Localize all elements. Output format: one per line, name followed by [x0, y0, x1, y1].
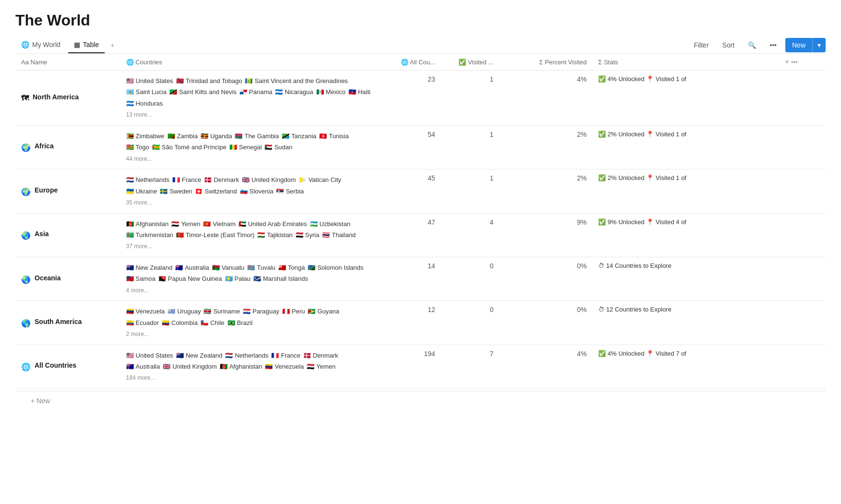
- country-name: Guyana: [317, 306, 339, 317]
- country-entry: 🇵🇾Paraguay: [243, 306, 279, 317]
- more-link[interactable]: 4 more...: [126, 287, 149, 294]
- country-name: Panama: [249, 86, 272, 97]
- cell-stats: ✅ 4% Unlocked 📍 Visited 1 of: [592, 71, 779, 126]
- more-link[interactable]: 13 more...: [126, 111, 152, 118]
- th-name: Aa Name: [15, 54, 120, 71]
- country-flag: 🇺🇬: [201, 131, 208, 142]
- country-entry: 🇸🇧Solomon Islands: [308, 262, 363, 273]
- country-name: Vietnam: [213, 218, 235, 229]
- cell-visited: 0: [441, 257, 499, 300]
- country-flag: 🇭🇹: [348, 86, 356, 97]
- country-flag: 🇻🇳: [203, 218, 211, 229]
- country-entry: 🇳🇿New Zealand: [126, 262, 173, 273]
- country-name: Togo: [136, 142, 149, 153]
- country-flag: 🇻🇪: [126, 306, 134, 317]
- country-flag: 🇼🇸: [126, 273, 134, 284]
- country-flag: 🇹🇴: [278, 262, 286, 273]
- country-entry: 🇹🇴Tonga: [278, 262, 305, 273]
- search-button[interactable]: 🔍: [743, 38, 761, 52]
- country-name: Peru: [292, 306, 305, 317]
- row-icon: 🌏: [21, 275, 31, 284]
- country-name: Marshall Islands: [263, 273, 308, 284]
- country-flag: 🇸🇾: [296, 229, 303, 240]
- row-name: Europe: [35, 186, 58, 194]
- country-entry: 🇸🇾Syria: [296, 229, 320, 240]
- country-name: Sudan: [274, 142, 292, 153]
- country-flag: 🇹🇿: [282, 131, 289, 142]
- country-name: Papua New Guinea: [168, 273, 222, 284]
- country-name: Australia: [185, 262, 209, 273]
- th-add: + •••: [779, 54, 826, 71]
- country-flag: 🇩🇰: [204, 174, 212, 185]
- cell-visited: 1: [441, 71, 499, 126]
- country-entry: 🇹🇻Tuvalu: [247, 262, 276, 273]
- country-entry: 🇳🇱Netherlands: [126, 174, 169, 185]
- cell-visited: 0: [441, 301, 499, 345]
- country-flag: 🇳🇱: [225, 350, 233, 361]
- more-link[interactable]: 35 more...: [126, 199, 152, 206]
- th-name-icon: Aa: [21, 59, 31, 66]
- more-button[interactable]: •••: [765, 38, 781, 52]
- country-flag: 🇹🇳: [319, 131, 327, 142]
- more-link[interactable]: 184 more...: [126, 374, 156, 381]
- cell-countries: 🇿🇼Zimbabwe🇿🇲Zambia🇺🇬Uganda🇬🇲The Gambia🇹🇿…: [120, 125, 383, 169]
- row-name: Africa: [35, 142, 54, 150]
- country-name: United Kingdom: [252, 174, 296, 185]
- country-entry: 🇻🇺Vanuatu: [212, 262, 244, 273]
- cell-countries: 🇺🇸United States🇳🇿New Zealand🇳🇱Netherland…: [120, 345, 383, 388]
- tab-add-button[interactable]: +: [107, 37, 118, 53]
- country-name: New Zealand: [136, 262, 173, 273]
- footer-new-button[interactable]: + New: [15, 391, 826, 410]
- sort-button[interactable]: Sort: [718, 38, 740, 52]
- filter-button[interactable]: Filter: [689, 38, 713, 52]
- country-entry: 🇺🇬Uganda: [201, 131, 232, 142]
- country-name: Ukraine: [136, 186, 157, 197]
- cell-allcou: 194: [383, 345, 441, 388]
- cell-allcou: 12: [383, 301, 441, 345]
- country-entry: 🇲🇭Marshall Islands: [253, 273, 308, 284]
- country-flag: 🇰🇳: [169, 86, 177, 97]
- country-entry: 🇬🇧United Kingdom: [242, 174, 296, 185]
- th-countries-icon: 🌐: [126, 59, 136, 66]
- cell-visited: 1: [441, 125, 499, 169]
- add-column-button[interactable]: +: [785, 58, 789, 66]
- cell-percent: 9%: [499, 213, 592, 257]
- tab-my-world[interactable]: 🌐 My World: [15, 37, 66, 53]
- country-entry: 🇦🇺Australia: [175, 262, 209, 273]
- country-entry: 🇵🇪Peru: [282, 306, 305, 317]
- country-flag: 🇵🇦: [240, 86, 247, 97]
- new-button-label: New: [785, 38, 812, 52]
- country-flag: 🇬🇾: [308, 306, 315, 317]
- row-name: North America: [33, 93, 79, 101]
- country-name: United States: [136, 75, 173, 86]
- country-entry: 🇸🇳Senegal: [229, 142, 262, 153]
- cell-percent: 0%: [499, 301, 592, 345]
- cell-countries: 🇳🇿New Zealand🇦🇺Australia🇻🇺Vanuatu🇹🇻Tuval…: [120, 257, 383, 300]
- cell-percent: 0%: [499, 257, 592, 300]
- country-entry: 🇫🇷France: [172, 174, 201, 185]
- country-flag: 🇿🇼: [126, 131, 134, 142]
- more-link[interactable]: 2 more...: [126, 331, 149, 337]
- country-name: Vanuatu: [222, 262, 244, 273]
- table-icon: ▦: [74, 41, 80, 48]
- more-link[interactable]: 44 more...: [126, 156, 152, 162]
- country-name: Afghanistan: [229, 361, 263, 372]
- th-percent: Σ Percent Visited: [499, 54, 592, 71]
- country-name: Venezuela: [275, 361, 304, 372]
- column-more-button[interactable]: •••: [791, 59, 798, 66]
- country-flag: 🇬🇧: [163, 361, 170, 372]
- new-button[interactable]: New ▾: [785, 38, 826, 52]
- cell-allcou: 45: [383, 169, 441, 213]
- country-name: Haiti: [358, 86, 371, 97]
- country-flag: 🇦🇪: [239, 218, 246, 229]
- cell-countries: 🇺🇸United States🇹🇹Trinidad and Tobago🇻🇨Sa…: [120, 71, 383, 126]
- country-entry: 🇹🇲Turkmenistan: [126, 229, 173, 240]
- country-name: Paraguay: [252, 306, 279, 317]
- tab-table[interactable]: ▦ Table: [68, 37, 105, 53]
- country-flag: 🇬🇲: [235, 131, 242, 142]
- country-entry: 🇹🇳Tunisia: [319, 131, 348, 142]
- country-entry: 🇵🇦Panama: [240, 86, 272, 97]
- more-link[interactable]: 37 more...: [126, 243, 152, 250]
- country-name: Slovenia: [250, 186, 274, 197]
- country-entry: 🇾🇪Yemen: [307, 361, 336, 372]
